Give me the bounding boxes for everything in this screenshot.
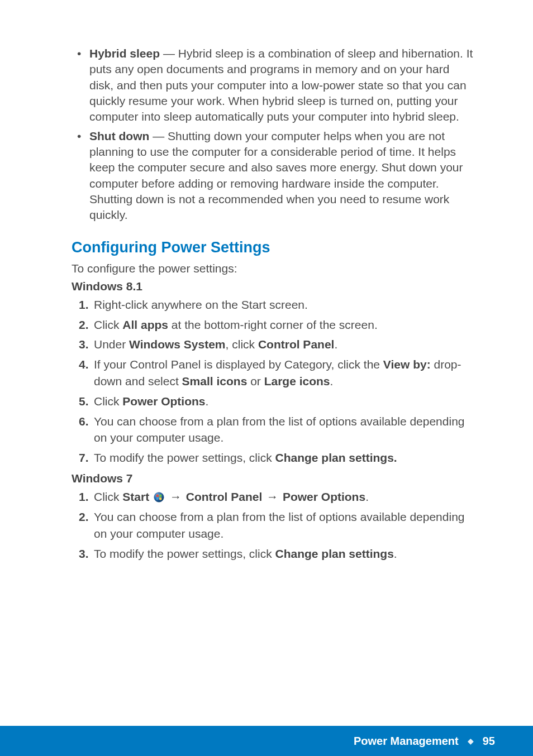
- step-text-pre: To modify the power settings, click: [94, 451, 275, 464]
- label-large-icons: Large icons: [264, 375, 330, 387]
- label-windows-system: Windows System: [129, 338, 226, 351]
- step-text-pre: Click: [94, 395, 122, 408]
- list-item: 2. You can choose from a plan from the l…: [72, 509, 474, 542]
- step-text-post: .: [334, 338, 337, 351]
- list-item: Hybrid sleep — Hybrid sleep is a combina…: [72, 46, 474, 125]
- list-item: 2. Click All apps at the bottom-right co…: [72, 317, 474, 333]
- page-footer: Power Management ◆ 95: [0, 726, 533, 756]
- step-text-pre: If your Control Panel is displayed by Ca…: [94, 358, 383, 371]
- step-number: 2.: [79, 317, 89, 333]
- step-text-pre: To modify the power settings, click: [94, 547, 275, 560]
- list-item: 3. Under Windows System, click Control P…: [72, 336, 474, 353]
- step-number: 6.: [79, 413, 89, 430]
- windows-81-steps: 1. Right-click anywhere on the Start scr…: [72, 296, 474, 466]
- step-text-post: at the bottom-right corner of the screen…: [168, 318, 378, 331]
- label-all-apps: All apps: [122, 318, 168, 331]
- step-text-pre: Under: [94, 338, 129, 351]
- step-text-mid: , click: [226, 338, 258, 351]
- label-control-panel: Control Panel: [258, 338, 335, 351]
- intro-text: To configure the power settings:: [72, 262, 474, 275]
- arrow-icon: →: [170, 489, 182, 505]
- label-power-options: Power Options: [283, 490, 365, 503]
- text-shut-down: — Shutting down your computer helps when…: [89, 130, 463, 222]
- subheading-windows-81: Windows 8.1: [72, 280, 474, 293]
- step-number: 3.: [79, 336, 89, 353]
- diamond-separator-icon: ◆: [468, 736, 474, 745]
- label-power-options: Power Options: [122, 395, 205, 408]
- label-hybrid-sleep: Hybrid sleep: [89, 47, 160, 60]
- label-control-panel: Control Panel: [186, 490, 263, 503]
- svg-point-0: [154, 492, 164, 502]
- list-item: 5. Click Power Options.: [72, 393, 474, 410]
- list-item: 6. You can choose from a plan from the l…: [72, 413, 474, 447]
- label-change-plan-settings: Change plan settings.: [275, 451, 397, 464]
- list-item: 1. Click Start: [72, 489, 474, 505]
- label-small-icons: Small icons: [182, 375, 248, 387]
- list-item: 1. Right-click anywhere on the Start scr…: [72, 296, 474, 313]
- step-text: You can choose from a plan from the list…: [94, 510, 465, 540]
- label-view-by: View by:: [383, 358, 431, 371]
- step-text-mid2: or: [247, 375, 264, 387]
- step-number: 1.: [79, 296, 89, 313]
- step-number: 1.: [79, 489, 89, 505]
- section-heading-configuring-power-settings: Configuring Power Settings: [72, 239, 474, 256]
- list-item: Shut down — Shutting down your computer …: [72, 128, 474, 223]
- step-text: Right-click anywhere on the Start screen…: [94, 298, 308, 311]
- step-number: 4.: [79, 356, 89, 373]
- label-change-plan-settings: Change plan settings: [275, 547, 393, 560]
- label-start: Start: [122, 490, 149, 503]
- subheading-windows-7: Windows 7: [72, 472, 474, 485]
- step-number: 5.: [79, 393, 89, 410]
- list-item: 4. If your Control Panel is displayed by…: [72, 356, 474, 390]
- list-item: 3. To modify the power settings, click C…: [72, 546, 474, 562]
- step-text-pre: Click: [94, 490, 122, 503]
- step-text-post: .: [330, 375, 334, 387]
- list-item: 7. To modify the power settings, click C…: [72, 449, 474, 466]
- footer-chapter-title: Power Management: [354, 735, 459, 748]
- windows-start-orb-icon: [154, 490, 164, 501]
- step-text-post: .: [206, 395, 209, 408]
- footer-page-number: 95: [483, 735, 495, 748]
- label-shut-down: Shut down: [89, 130, 149, 142]
- step-text-pre: Click: [94, 318, 122, 331]
- power-states-list: Hybrid sleep — Hybrid sleep is a combina…: [72, 46, 474, 223]
- step-number: 3.: [79, 546, 89, 562]
- windows-7-steps: 1. Click Start: [72, 489, 474, 562]
- step-text-post: .: [394, 547, 397, 560]
- step-number: 7.: [79, 449, 89, 466]
- page-content: Hybrid sleep — Hybrid sleep is a combina…: [0, 0, 533, 562]
- step-number: 2.: [79, 509, 89, 525]
- step-text: You can choose from a plan from the list…: [94, 415, 465, 444]
- step-text-post: .: [365, 490, 369, 503]
- arrow-icon: →: [266, 489, 278, 505]
